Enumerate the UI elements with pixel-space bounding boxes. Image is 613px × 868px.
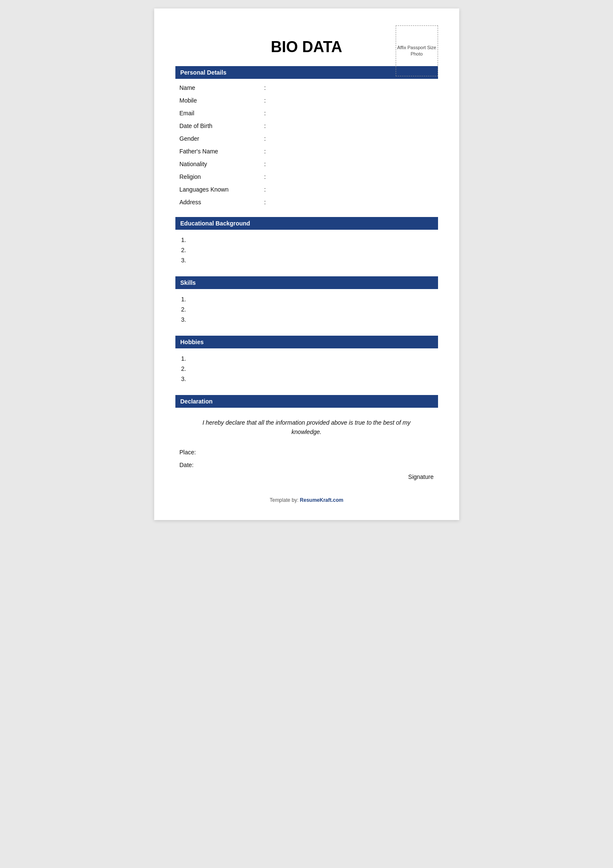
field-row: Email: (175, 107, 438, 120)
field-colon: : (264, 122, 273, 129)
hobbies-header: Hobbies (175, 336, 438, 348)
field-row: Gender: (175, 132, 438, 145)
skills-section: Skills 1.2.3. (175, 276, 438, 327)
place-value (214, 448, 434, 456)
date-label: Date: (180, 462, 214, 468)
field-colon: : (264, 148, 273, 155)
field-colon: : (264, 97, 273, 104)
place-label: Place: (180, 449, 214, 456)
field-colon: : (264, 186, 273, 193)
field-label: Nationality (180, 161, 264, 167)
fields-container: Name:Mobile:Email:Date of Birth:Gender:F… (175, 81, 438, 209)
list-item: 1. (181, 294, 432, 304)
field-value (273, 122, 434, 129)
educational-items: 1.2.3. (175, 232, 438, 268)
skills-header: Skills (175, 276, 438, 289)
field-row: Date of Birth: (175, 120, 438, 132)
skills-items: 1.2.3. (175, 292, 438, 327)
list-item: 2. (181, 245, 432, 255)
educational-background-header: Educational Background (175, 217, 438, 230)
field-colon: : (264, 84, 273, 91)
educational-background-section: Educational Background 1.2.3. (175, 217, 438, 268)
signature-label: Signature (408, 473, 434, 480)
field-label: Gender (180, 135, 264, 142)
signature-row: Signature (175, 473, 438, 480)
field-row: Nationality: (175, 158, 438, 170)
field-row: Name: (175, 81, 438, 94)
field-colon: : (264, 199, 273, 206)
field-row: Religion: (175, 170, 438, 183)
photo-box-text: Affix Passport Size Photo (396, 45, 438, 58)
list-item: 1. (181, 235, 432, 245)
footer: Template by: ResumeKraft.com (175, 493, 438, 503)
photo-box: Affix Passport Size Photo (396, 25, 438, 76)
header-area: BIO DATA Affix Passport Size Photo (175, 25, 438, 56)
field-colon: : (264, 110, 273, 117)
field-value (273, 135, 434, 142)
field-value (273, 186, 434, 193)
field-row: Address: (175, 196, 438, 209)
field-colon: : (264, 173, 273, 180)
field-colon: : (264, 161, 273, 167)
field-value (273, 84, 434, 91)
field-value (273, 97, 434, 104)
field-label: Name (180, 84, 264, 91)
field-label: Date of Birth (180, 122, 264, 129)
list-item: 3. (181, 374, 432, 384)
personal-details-section: Personal Details Name:Mobile:Email:Date … (175, 66, 438, 209)
hobbies-section: Hobbies 1.2.3. (175, 336, 438, 387)
bio-data-page: BIO DATA Affix Passport Size Photo Perso… (154, 8, 459, 520)
field-label: Email (180, 110, 264, 117)
date-value (214, 461, 434, 469)
field-value (273, 110, 434, 117)
list-item: 2. (181, 364, 432, 374)
place-row: Place: (180, 448, 434, 456)
field-colon: : (264, 135, 273, 142)
field-label: Address (180, 199, 264, 206)
declaration-section: Declaration I hereby declare that all th… (175, 395, 438, 480)
place-date-area: Place: Date: (175, 441, 438, 478)
footer-link[interactable]: ResumeKraft.com (300, 497, 344, 503)
declaration-text: I hereby declare that all the informatio… (175, 410, 438, 441)
hobbies-items: 1.2.3. (175, 351, 438, 387)
field-value (273, 199, 434, 206)
field-value (273, 148, 434, 155)
field-row: Mobile: (175, 94, 438, 107)
footer-prefix: Template by: (269, 497, 300, 503)
field-label: Father's Name (180, 148, 264, 155)
list-item: 1. (181, 353, 432, 364)
list-item: 3. (181, 314, 432, 325)
field-row: Father's Name: (175, 145, 438, 158)
field-value (273, 173, 434, 180)
date-row: Date: (180, 461, 434, 469)
field-label: Religion (180, 173, 264, 180)
list-item: 2. (181, 304, 432, 314)
list-item: 3. (181, 255, 432, 265)
declaration-header: Declaration (175, 395, 438, 408)
field-label: Languages Known (180, 186, 264, 193)
field-row: Languages Known: (175, 183, 438, 196)
field-label: Mobile (180, 97, 264, 104)
field-value (273, 161, 434, 167)
